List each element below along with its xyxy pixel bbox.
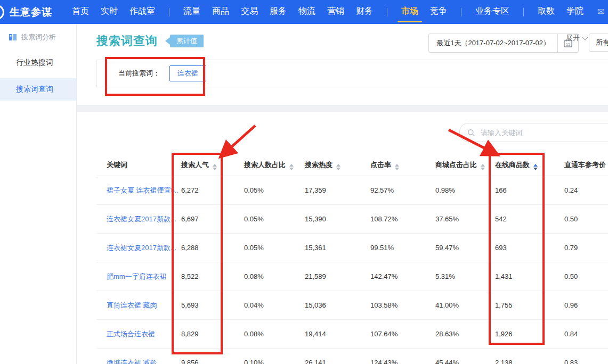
filter-panel: 当前搜索词： 连衣裙 xyxy=(96,60,608,87)
nav-item[interactable]: 业务专区 xyxy=(475,1,509,23)
svg-text:15: 15 xyxy=(566,43,570,46)
cell-value: 15,361 xyxy=(304,234,369,262)
cell-value: 0.05% xyxy=(243,205,304,234)
date-range-picker[interactable]: 最近1天（2017-07-02~2017-07-02） 15 xyxy=(428,34,579,53)
cell-value: 1,926 xyxy=(494,320,563,349)
mail-icon[interactable]: ✉ xyxy=(597,6,605,18)
cell-value: 15,036 xyxy=(304,291,369,320)
table-row: 连衣裙女夏2017新款...6,6970.05%15,390108.72%37.… xyxy=(96,205,608,234)
sidebar-section-label: 搜索词分析 xyxy=(21,32,56,42)
cell-value: 26,141 xyxy=(304,349,369,364)
table-body: 裙子女夏 连衣裙便宜5..6,2720.05%17,35992.57%0.98%… xyxy=(96,176,608,364)
keyword-search-box xyxy=(459,123,608,142)
nav-item[interactable]: 竞争 xyxy=(430,1,447,23)
column-header-label: 关键词 xyxy=(107,161,127,169)
nav-item[interactable]: 商品 xyxy=(212,1,229,23)
cell-value: 21,589 xyxy=(304,262,369,291)
cell-value: 28.63% xyxy=(434,320,494,349)
nav-item[interactable]: 流量 xyxy=(183,1,200,23)
column-header[interactable]: 搜索人气 xyxy=(180,154,243,176)
cell-value: 0.05% xyxy=(243,176,304,205)
nav-divider xyxy=(169,8,169,16)
keyword-link[interactable]: 裙子女夏 连衣裙便宜5.. xyxy=(107,186,179,194)
nav-item[interactable]: 物流 xyxy=(298,1,315,23)
column-header[interactable]: 搜索人数占比 xyxy=(243,154,304,176)
cell-value: 99.51% xyxy=(369,234,434,262)
cell-value: 0.79 xyxy=(563,234,608,262)
sidebar-item[interactable]: 行业热搜词 xyxy=(0,52,76,74)
column-header-label: 点击率 xyxy=(370,161,391,169)
sort-caret-icon[interactable] xyxy=(395,164,399,170)
nav-active-underline xyxy=(398,21,422,22)
nav-item[interactable]: 营销 xyxy=(327,1,344,23)
cell-value: 124.43% xyxy=(369,349,434,364)
cell-value: 19,414 xyxy=(304,320,369,349)
nav-item[interactable]: 服务 xyxy=(270,1,287,23)
column-header[interactable]: 搜索热度 xyxy=(304,154,369,176)
cell-value: 15,390 xyxy=(304,205,369,234)
expand-label: 展开 xyxy=(566,33,580,43)
sidebar-item[interactable]: 搜索词查询 xyxy=(0,78,76,101)
nav-item[interactable]: 交易 xyxy=(241,1,258,23)
keyword-link[interactable]: 肥mm一字肩连衣裙 xyxy=(107,272,167,280)
sidebar: 搜索词分析 行业热搜词搜索词查询 xyxy=(0,24,77,364)
cell-value: 6,288 xyxy=(180,234,243,262)
nav-divider xyxy=(387,8,387,16)
date-range-label: 最近1天（2017-07-02~2017-07-02） xyxy=(429,34,557,52)
column-header-label: 搜索人数占比 xyxy=(244,161,286,169)
terminal-select-label: 所有终端 xyxy=(596,38,608,47)
column-header-label: 商城点击占比 xyxy=(435,161,477,169)
cell-value: 5.31% xyxy=(434,262,494,291)
table-row: 直筒连衣裙 藏肉5,6930.04%15,036103.58%41.00%1,7… xyxy=(96,291,608,320)
sort-caret-icon[interactable] xyxy=(213,164,217,170)
cell-value: 107.64% xyxy=(369,320,434,349)
cell-value: 41.00% xyxy=(434,291,494,320)
cell-value: 0.83 xyxy=(563,349,608,364)
keyword-link[interactable]: 微胖连衣裙 减龄 xyxy=(107,359,157,364)
column-header-label: 在线商品数 xyxy=(495,161,530,169)
ledger-book-icon xyxy=(9,34,17,41)
table-row: 肥mm一字肩连衣裙8,5220.08%21,589142.47%5.31%1,4… xyxy=(96,262,608,291)
cell-value: 92.57% xyxy=(369,176,434,205)
sort-caret-icon[interactable] xyxy=(481,164,485,170)
table-row: 连衣裙女夏2017新款...6,2880.05%15,36199.51%59.4… xyxy=(96,234,608,262)
terminal-select[interactable]: 所有终端 xyxy=(589,34,608,52)
cell-value: 0.08% xyxy=(243,262,304,291)
app-logo[interactable]: 生意参谋 xyxy=(0,5,52,20)
keyword-link[interactable]: 直筒连衣裙 藏肉 xyxy=(107,301,157,309)
column-header[interactable]: 直通车参考价 xyxy=(563,154,608,176)
sidebar-section-header: 搜索词分析 xyxy=(0,24,76,47)
cell-value: 0.98% xyxy=(434,176,494,205)
nav-divider xyxy=(523,8,524,16)
nav-item[interactable]: 作战室 xyxy=(129,1,155,23)
nav-item[interactable]: 市场 xyxy=(401,1,418,23)
nav-item[interactable]: 取数 xyxy=(538,1,555,23)
keyword-link[interactable]: 正式场合连衣裙 xyxy=(107,330,155,338)
keyword-link[interactable]: 连衣裙女夏2017新款... xyxy=(107,215,176,223)
keyword-search-input[interactable] xyxy=(480,128,608,137)
nav-item[interactable]: 学院 xyxy=(566,1,583,23)
sort-caret-icon[interactable] xyxy=(336,164,341,170)
cell-value: 0.24 xyxy=(563,176,608,205)
cell-value: 1,755 xyxy=(494,291,563,320)
table-row: 微胖连衣裙 减龄9,8560.10%26,141124.43%45.44%2,1… xyxy=(96,349,608,364)
cell-value: 0.50 xyxy=(563,205,608,234)
nav-item[interactable]: 实时 xyxy=(101,1,118,23)
column-header[interactable]: 点击率 xyxy=(369,154,434,176)
sort-caret-icon[interactable] xyxy=(533,164,538,170)
nav-item[interactable]: 财务 xyxy=(356,1,373,23)
expand-link[interactable]: 展开 xyxy=(566,33,587,43)
cell-value: 0.50 xyxy=(563,262,608,291)
keyword-link[interactable]: 连衣裙女夏2017新款... xyxy=(107,244,176,252)
current-keyword-chip[interactable]: 连衣裙 xyxy=(169,65,206,81)
nav-item[interactable]: 首页 xyxy=(72,1,89,23)
column-header[interactable]: 商城点击占比 xyxy=(434,154,494,176)
cell-value: 37.65% xyxy=(434,205,494,234)
badge-arrow-icon xyxy=(165,37,170,45)
cell-value: 45.44% xyxy=(434,349,494,364)
sort-caret-icon[interactable] xyxy=(289,164,294,170)
cell-value: 8,829 xyxy=(180,320,243,349)
cell-value: 693 xyxy=(494,234,563,262)
cell-value: 103.58% xyxy=(369,291,434,320)
column-header[interactable]: 在线商品数 xyxy=(494,154,563,176)
